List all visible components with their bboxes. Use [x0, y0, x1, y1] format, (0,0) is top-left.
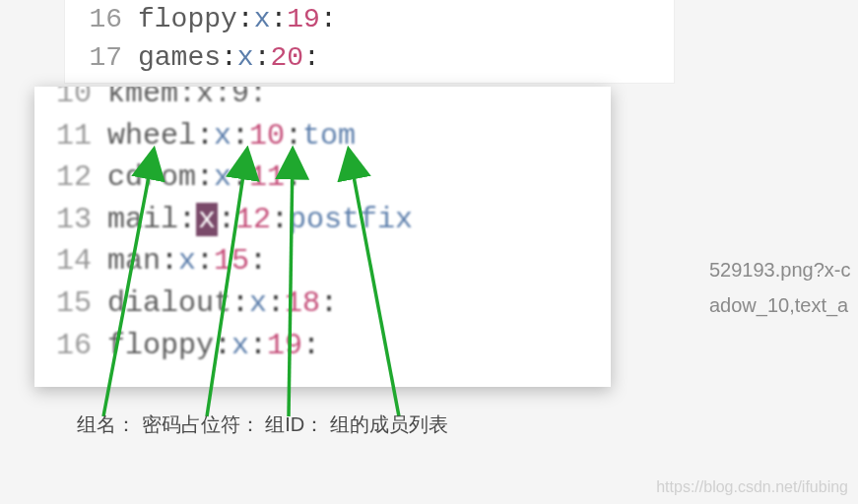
password-placeholder-token: x — [231, 329, 249, 362]
password-placeholder-token: x — [214, 160, 231, 194]
code-line-partial: 10 kmem:x:9: — [44, 87, 601, 115]
code-line: 15 dialout:x:18: — [44, 283, 601, 325]
group-id-token: 19 — [287, 4, 320, 34]
line-number: 16 — [75, 0, 122, 38]
line-number: 16 — [44, 325, 92, 367]
label-group-id: 组ID： — [265, 413, 324, 435]
partial-text: kmem:x:9: — [107, 87, 267, 115]
line-number: 17 — [75, 38, 122, 77]
background-code-block: 16 floppy:x:19: 17 games:x:20: — [64, 0, 675, 84]
group-id-token: 20 — [270, 42, 303, 73]
members-token: postfix — [289, 203, 413, 236]
members-token: tom — [302, 119, 356, 153]
code-line: 12 cdrom:x:11: — [44, 157, 601, 199]
code-line: 11 wheel:x:10:tom — [44, 115, 601, 158]
password-placeholder-token: x — [214, 119, 231, 153]
group-name-token: games — [138, 42, 221, 73]
line-number: 11 — [44, 115, 92, 158]
caption-row: 组名： 密码占位符： 组ID： 组的成员列表 — [77, 411, 448, 438]
group-id-token: 18 — [285, 286, 320, 320]
group-name-token: wheel — [107, 119, 196, 153]
password-placeholder-token: x — [254, 4, 271, 34]
group-id-token: 12 — [235, 203, 271, 236]
code-line: 16 floppy:x:19: — [44, 325, 601, 367]
group-id-token: 19 — [267, 329, 302, 362]
line-number: 14 — [44, 240, 92, 283]
code-line: 17 games:x:20: — [75, 38, 664, 77]
group-name-token: dialout — [107, 286, 231, 320]
password-placeholder-highlighted: x — [196, 203, 218, 236]
password-placeholder-token: x — [249, 286, 267, 320]
group-name-token: mail — [107, 203, 178, 236]
group-id-token: 15 — [214, 244, 249, 278]
label-member-list: 组的成员列表 — [330, 413, 448, 435]
group-id-token: 10 — [249, 119, 285, 153]
label-password-placeholder: 密码占位符： — [142, 413, 260, 435]
foreground-code-popup: 10 kmem:x:9: 11 wheel:x:10:tom 12 cdrom:… — [34, 87, 611, 387]
group-name-token: floppy — [138, 4, 237, 34]
password-placeholder-token: x — [237, 42, 254, 73]
line-number: 13 — [44, 199, 92, 241]
line-number: 10 — [44, 87, 92, 115]
code-line: 16 floppy:x:19: — [75, 0, 664, 38]
line-number: 12 — [44, 157, 92, 199]
group-name-token: man — [107, 244, 161, 278]
watermark-text: https://blog.csdn.net/ifubing — [656, 478, 848, 496]
code-line: 14 man:x:15: — [44, 240, 601, 283]
code-line: 13 mail:x:12:postfix — [44, 199, 601, 241]
password-placeholder-token: x — [178, 244, 196, 278]
label-group-name: 组名： — [77, 413, 136, 435]
group-name-token: floppy — [107, 329, 214, 362]
group-name-token: cdrom — [107, 160, 196, 194]
cropped-side-text: 529193.png?x-c adow_10,text_a — [709, 254, 850, 325]
line-number: 15 — [44, 283, 92, 325]
group-id-token: 11 — [249, 160, 285, 194]
